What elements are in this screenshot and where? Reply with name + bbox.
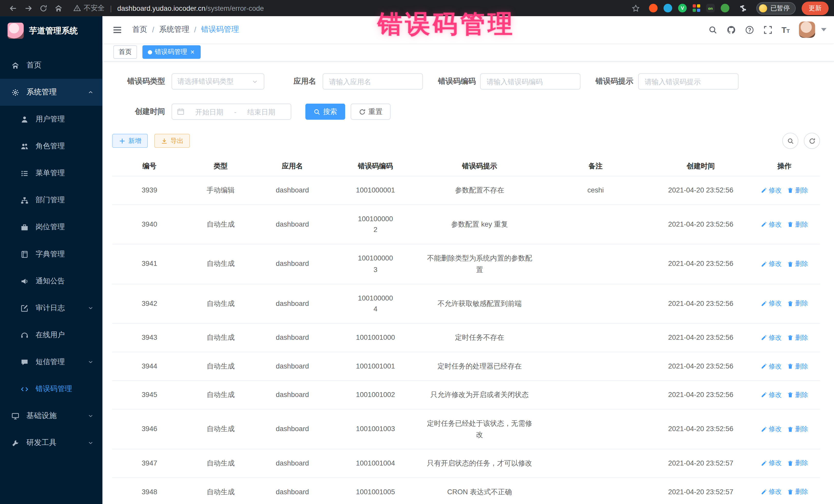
sidebar-item-审计日志[interactable]: 审计日志 bbox=[0, 294, 103, 322]
search-button[interactable]: 搜索 bbox=[305, 104, 345, 120]
trash-icon bbox=[787, 363, 793, 370]
browser-home-icon[interactable] bbox=[51, 1, 66, 15]
address-divider: | bbox=[109, 4, 113, 12]
hamburger-icon[interactable] bbox=[110, 22, 125, 37]
sidebar-item-菜单管理[interactable]: 菜单管理 bbox=[0, 160, 103, 187]
refresh-table-button[interactable] bbox=[804, 133, 820, 149]
sidebar-item-部门管理[interactable]: 部门管理 bbox=[0, 187, 103, 214]
sidebar-item-岗位管理[interactable]: 岗位管理 bbox=[0, 214, 103, 240]
fullscreen-icon[interactable] bbox=[763, 25, 772, 35]
extension-grid-icon[interactable] bbox=[693, 4, 700, 12]
sidebar-item-角色管理[interactable]: 角色管理 bbox=[0, 133, 103, 160]
row-type: 自动生成 bbox=[186, 381, 255, 409]
trash-icon bbox=[787, 426, 793, 432]
extensions-puzzle-icon[interactable] bbox=[735, 1, 750, 15]
sidebar-item-label: 短信管理 bbox=[36, 357, 65, 367]
font-size-icon[interactable]: TT bbox=[782, 25, 790, 35]
browser-reload-icon[interactable] bbox=[36, 1, 51, 15]
browser-back-icon[interactable] bbox=[5, 1, 21, 15]
column-header: 错误码提示 bbox=[421, 156, 539, 176]
delete-link[interactable]: 删除 bbox=[787, 333, 808, 342]
extension-icon[interactable] bbox=[721, 4, 729, 13]
user-avatar[interactable] bbox=[799, 22, 815, 38]
tag-首页[interactable]: 首页 bbox=[113, 45, 137, 59]
search-icon bbox=[313, 108, 320, 115]
add-button[interactable]: 新增 bbox=[112, 134, 148, 148]
edit-link[interactable]: 修改 bbox=[761, 425, 782, 434]
close-icon[interactable]: × bbox=[190, 48, 195, 56]
edit-link[interactable]: 修改 bbox=[761, 459, 782, 468]
delete-link[interactable]: 删除 bbox=[787, 220, 808, 229]
error-code-input[interactable] bbox=[480, 73, 580, 90]
edit-link[interactable]: 修改 bbox=[761, 362, 782, 371]
sidebar-item-基础设施[interactable]: 基础设施 bbox=[0, 402, 103, 429]
edit-link[interactable]: 修改 bbox=[761, 220, 782, 229]
row-time: 2021-04-20 23:52:56 bbox=[653, 250, 749, 278]
sidebar-item-首页[interactable]: 首页 bbox=[0, 52, 103, 79]
paused-badge[interactable]: 已暂停 bbox=[756, 2, 795, 14]
error-type-select[interactable]: 请选择错误码类型 bbox=[171, 73, 264, 90]
avatar-caret-icon[interactable] bbox=[821, 28, 827, 31]
bookmark-star-icon[interactable] bbox=[628, 1, 643, 15]
edit-link[interactable]: 修改 bbox=[761, 487, 782, 497]
export-button[interactable]: 导出 bbox=[154, 134, 190, 148]
delete-link[interactable]: 删除 bbox=[787, 186, 808, 195]
address-bar[interactable]: 不安全 | dashboard.yudao.iocoder.cn/system/… bbox=[73, 3, 628, 13]
table-row: 3943自动生成dashboard1001001000定时任务不存在2021-0… bbox=[112, 324, 820, 352]
header-search-icon[interactable] bbox=[708, 25, 718, 35]
app-logo[interactable]: 芋道管理系统 bbox=[0, 16, 103, 45]
table-row: 3940自动生成dashboard100100000 2参数配置 key 重复2… bbox=[112, 205, 820, 245]
delete-link[interactable]: 删除 bbox=[787, 487, 808, 497]
breadcrumb-item[interactable]: 系统管理 bbox=[159, 25, 190, 35]
sidebar-item-通知公告[interactable]: 通知公告 bbox=[0, 268, 103, 294]
delete-link[interactable]: 删除 bbox=[787, 299, 808, 308]
delete-link[interactable]: 删除 bbox=[787, 391, 808, 400]
edit-link[interactable]: 修改 bbox=[761, 391, 782, 400]
sidebar-item-在线用户[interactable]: 在线用户 bbox=[0, 322, 103, 349]
page-content: 错误码类型 请选择错误码类型 应用名 错误码编码 bbox=[103, 62, 834, 504]
row-code: 1001000001 bbox=[330, 176, 421, 204]
reset-button[interactable]: 重置 bbox=[351, 104, 391, 120]
app-name-input[interactable] bbox=[323, 73, 423, 90]
edit-link[interactable]: 修改 bbox=[761, 259, 782, 269]
date-range-picker[interactable]: - bbox=[171, 104, 291, 120]
browser-update-button[interactable]: 更新 bbox=[802, 1, 829, 15]
sidebar-item-错误码管理[interactable]: 错误码管理 bbox=[0, 375, 103, 402]
chevron-down-icon bbox=[88, 305, 94, 311]
sidebar-item-系统管理[interactable]: 系统管理 bbox=[0, 79, 103, 106]
delete-link[interactable]: 删除 bbox=[787, 259, 808, 269]
extension-icon[interactable]: V bbox=[678, 4, 687, 13]
end-date-input[interactable] bbox=[240, 107, 282, 116]
edit-link[interactable]: 修改 bbox=[761, 333, 782, 342]
chevron-down-icon bbox=[88, 440, 94, 446]
extension-icon[interactable] bbox=[649, 4, 658, 13]
toggle-search-button[interactable] bbox=[782, 133, 798, 149]
start-date-input[interactable] bbox=[188, 107, 231, 116]
edit-link[interactable]: 修改 bbox=[761, 299, 782, 308]
extension-icon[interactable] bbox=[664, 4, 672, 13]
github-icon[interactable] bbox=[726, 25, 736, 35]
column-header: 编号 bbox=[112, 156, 186, 176]
table-row: 3946自动生成dashboard1001001003定时任务已经处于该状态，无… bbox=[112, 410, 820, 449]
sidebar-item-研发工具[interactable]: 研发工具 bbox=[0, 429, 103, 456]
row-remark bbox=[539, 455, 653, 472]
help-icon[interactable] bbox=[745, 25, 754, 35]
sidebar-item-用户管理[interactable]: 用户管理 bbox=[0, 106, 103, 133]
extension-on-icon[interactable]: on bbox=[706, 4, 715, 13]
browser-forward-icon[interactable] bbox=[21, 1, 36, 15]
error-code-label: 错误码编码 bbox=[438, 77, 480, 86]
error-hint-input[interactable] bbox=[638, 73, 739, 90]
edit-link[interactable]: 修改 bbox=[761, 186, 782, 195]
tag-错误码管理[interactable]: 错误码管理× bbox=[142, 45, 200, 59]
delete-link[interactable]: 删除 bbox=[787, 425, 808, 434]
breadcrumb-item[interactable]: 首页 bbox=[132, 25, 147, 35]
column-header: 错误码编码 bbox=[330, 156, 421, 176]
sidebar-item-字典管理[interactable]: 字典管理 bbox=[0, 241, 103, 268]
row-actions: 修改删除 bbox=[749, 353, 820, 379]
delete-link[interactable]: 删除 bbox=[787, 362, 808, 371]
url-host: dashboard.yudao.iocoder.cn bbox=[117, 4, 205, 12]
delete-link[interactable]: 删除 bbox=[787, 459, 808, 468]
sidebar-item-短信管理[interactable]: 短信管理 bbox=[0, 349, 103, 375]
row-time: 2021-04-20 23:52:56 bbox=[653, 211, 749, 239]
row-type: 自动生成 bbox=[186, 211, 255, 239]
